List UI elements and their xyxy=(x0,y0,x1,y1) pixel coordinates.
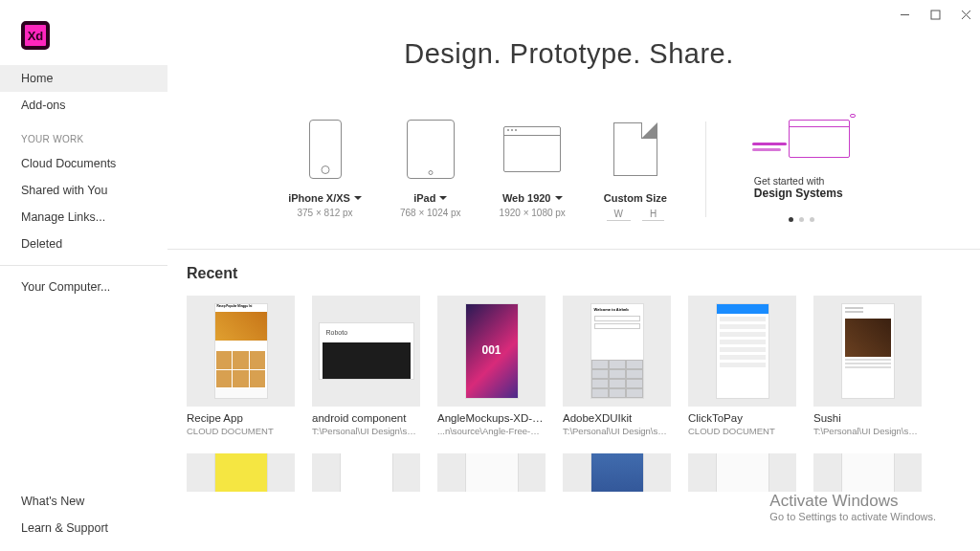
card-subtitle: CLOUD DOCUMENT xyxy=(688,426,796,436)
chevron-down-icon xyxy=(354,196,362,200)
chevron-down-icon xyxy=(439,196,447,200)
thumbnail: Welcome to Airbnb xyxy=(563,296,671,407)
card-subtitle: CLOUD DOCUMENT xyxy=(187,426,295,436)
nav-label: Deleted xyxy=(21,237,62,251)
nav-addons[interactable]: Add-ons xyxy=(0,92,167,119)
promo-title: Design Systems xyxy=(754,187,843,200)
thumbnail xyxy=(437,453,546,492)
card-subtitle: T:\Personal\UI Design\source xyxy=(312,426,420,436)
nav-label: What's New xyxy=(21,495,84,508)
preset-label: iPad xyxy=(413,192,435,204)
card-subtitle: T:\Personal\UI Design\source xyxy=(813,426,922,436)
divider xyxy=(167,249,980,250)
card-title: ClickToPay xyxy=(688,412,796,424)
browser-icon xyxy=(503,126,561,172)
card-subtitle: T:\Personal\UI Design\source xyxy=(563,426,671,436)
app-logo: Xd xyxy=(21,21,50,50)
tablet-icon xyxy=(407,120,455,179)
nav-home[interactable]: Home xyxy=(0,65,167,92)
nav-manage-links[interactable]: Manage Links... xyxy=(0,204,167,231)
recent-card[interactable] xyxy=(688,453,796,492)
nav-label: Manage Links... xyxy=(21,210,105,224)
card-subtitle: ...n\source\Angle-Free-Oct15 xyxy=(437,426,546,436)
preset-dims: 768 × 1024 px xyxy=(400,208,461,218)
sidebar: Xd Home Add-ons YOUR WORK Cloud Document… xyxy=(0,0,167,551)
chevron-down-icon xyxy=(555,196,563,200)
nav-shared-with-you[interactable]: Shared with You xyxy=(0,177,167,204)
app-logo-text: Xd xyxy=(28,29,44,43)
recent-card[interactable]: Resep Populer Minggu Ini Recipe App CLOU… xyxy=(187,296,295,436)
carousel-dots[interactable] xyxy=(789,217,814,222)
recent-card[interactable]: ClickToPay CLOUD DOCUMENT xyxy=(688,296,796,436)
card-title: Sushi xyxy=(813,412,922,424)
thumbnail xyxy=(688,453,796,492)
card-title: Recipe App xyxy=(187,412,295,424)
maximize-button[interactable] xyxy=(928,8,942,21)
thumbnail: Roboto xyxy=(312,296,420,407)
recent-card[interactable]: 001 AngleMockups-XD-Free ...n\source\Ang… xyxy=(437,296,546,436)
preset-dims: 1920 × 1080 px xyxy=(500,208,566,218)
card-title: AdobeXDUIkit xyxy=(563,412,671,424)
thumbnail xyxy=(312,453,420,492)
preset-custom[interactable]: Custom Size W H xyxy=(604,116,667,221)
divider xyxy=(0,265,167,266)
card-title: AngleMockups-XD-Free xyxy=(437,412,546,424)
nav-learn-support[interactable]: Learn & Support xyxy=(0,515,167,541)
recent-card[interactable] xyxy=(813,453,922,492)
recent-card[interactable] xyxy=(563,453,671,492)
promo-illustration xyxy=(754,116,850,162)
nav-label: Cloud Documents xyxy=(21,157,116,170)
thumbnail xyxy=(563,453,671,492)
section-title-recent: Recent xyxy=(187,265,951,282)
promo-subtitle: Get started with xyxy=(754,175,825,187)
preset-label: Web 1920 xyxy=(502,192,551,204)
custom-width-input[interactable]: W xyxy=(607,208,631,221)
preset-ipad[interactable]: iPad 768 × 1024 px xyxy=(400,116,461,218)
card-title: android component xyxy=(312,412,420,424)
nav-whats-new[interactable]: What's New xyxy=(0,488,167,515)
phone-icon xyxy=(309,120,342,179)
thumbnail xyxy=(813,453,922,492)
nav-label: Your Computer... xyxy=(21,280,110,294)
thumbnail xyxy=(688,296,796,407)
thumbnail xyxy=(187,453,295,492)
thumbnail: 001 xyxy=(437,296,546,407)
nav-label: Add-ons xyxy=(21,99,66,112)
custom-height-input[interactable]: H xyxy=(642,208,664,221)
recent-cards-row2 xyxy=(187,453,951,492)
recent-card[interactable] xyxy=(312,453,420,492)
promo-design-systems[interactable]: Get started with Design Systems xyxy=(745,116,850,222)
nav-cloud-documents[interactable]: Cloud Documents xyxy=(0,150,167,177)
nav-label: Learn & Support xyxy=(21,521,108,535)
preset-label: iPhone X/XS xyxy=(288,192,350,204)
tagline: Design. Prototype. Share. xyxy=(187,38,951,70)
nav-label: Home xyxy=(21,72,53,85)
recent-card[interactable] xyxy=(437,453,546,492)
recent-card[interactable] xyxy=(187,453,295,492)
preset-web[interactable]: Web 1920 1920 × 1080 px xyxy=(500,116,566,218)
preset-iphone[interactable]: iPhone X/XS 375 × 812 px xyxy=(288,116,362,218)
thumbnail: Resep Populer Minggu Ini xyxy=(187,296,295,407)
recent-cards: Resep Populer Minggu Ini Recipe App CLOU… xyxy=(187,296,951,436)
recent-card[interactable]: Welcome to Airbnb AdobeXDUIkit T:\Person… xyxy=(563,296,671,436)
preset-label: Custom Size xyxy=(604,192,667,204)
close-button[interactable] xyxy=(959,8,972,21)
recent-card[interactable]: Roboto android component T:\Personal\UI … xyxy=(312,296,420,436)
main-content: Design. Prototype. Share. iPhone X/XS 37… xyxy=(167,0,980,551)
minimize-button[interactable] xyxy=(898,8,911,21)
preset-row: iPhone X/XS 375 × 812 px iPad 768 × 1024… xyxy=(187,116,951,222)
recent-card[interactable]: Sushi T:\Personal\UI Design\source xyxy=(813,296,922,436)
preset-dims: 375 × 812 px xyxy=(297,208,352,218)
svg-rect-0 xyxy=(931,11,940,19)
nav-your-computer[interactable]: Your Computer... xyxy=(0,274,167,300)
nav-section-header: YOUR WORK xyxy=(0,119,167,150)
nav-label: Shared with You xyxy=(21,184,107,197)
thumbnail xyxy=(813,296,922,407)
file-icon xyxy=(613,122,657,176)
vertical-separator xyxy=(705,121,706,217)
nav-deleted[interactable]: Deleted xyxy=(0,231,167,257)
